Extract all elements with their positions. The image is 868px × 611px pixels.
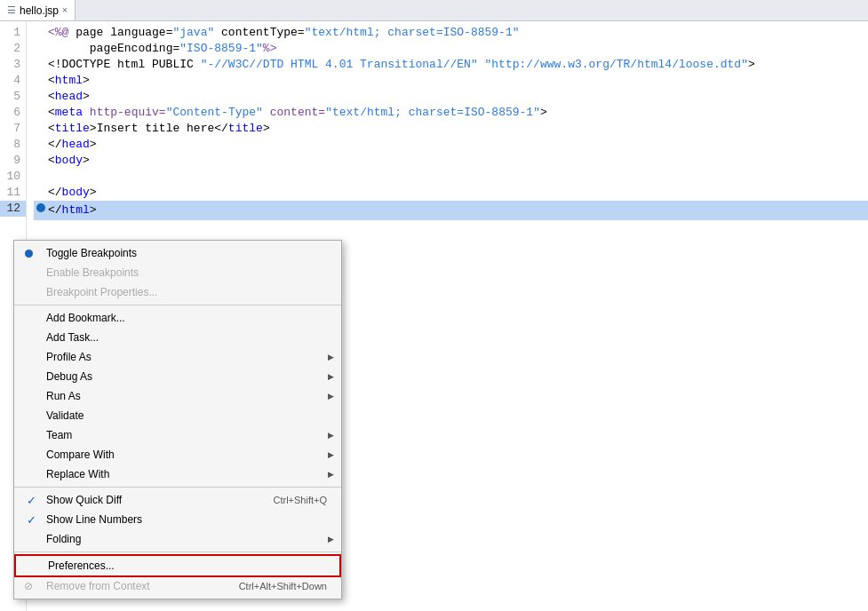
breakpoint-marker-12 xyxy=(36,203,45,212)
menu-label-debug-as: Debug As xyxy=(46,370,92,383)
line-num-9: 9 xyxy=(0,153,26,169)
line-num-11: 11 xyxy=(0,185,26,201)
line-num-4: 4 xyxy=(0,73,26,89)
menu-item-preferences[interactable]: Preferences... xyxy=(16,556,339,575)
checkmark-line-numbers: ✓ xyxy=(27,513,36,527)
line-num-7: 7 xyxy=(0,121,26,137)
line-2-content: pageEncoding="ISO-8859-1"%> xyxy=(48,41,276,57)
tab-filename: hello.jsp xyxy=(20,4,59,17)
line-num-3: 3 xyxy=(0,57,26,73)
editor-tab[interactable]: ☰ hello.jsp × xyxy=(0,0,76,20)
menu-label-team: Team xyxy=(46,429,72,441)
menu-item-debug-as[interactable]: Debug As xyxy=(14,367,341,386)
line-num-1: 1 xyxy=(0,25,26,41)
menu-item-compare-with[interactable]: Compare With xyxy=(14,445,341,464)
menu-label-toggle-breakpoints: Toggle Breakpoints xyxy=(46,247,137,259)
menu-label-remove-from-context: Remove from Context xyxy=(46,580,150,592)
line-num-10: 10 xyxy=(0,169,26,185)
menu-label-show-quick-diff: Show Quick Diff xyxy=(46,494,122,506)
menu-item-add-task[interactable]: Add Task... xyxy=(14,328,341,347)
tab-close-button[interactable]: × xyxy=(62,5,68,15)
menu-section-actions: Add Bookmark... Add Task... Profile As D… xyxy=(14,306,341,488)
line-1-content: <%@ page language="java" contentType="te… xyxy=(48,25,520,41)
menu-item-validate[interactable]: Validate xyxy=(14,406,341,425)
code-line-8: </head> xyxy=(34,137,868,153)
menu-label-replace-with: Replace With xyxy=(46,468,109,480)
line-12-content: </html> xyxy=(48,202,97,218)
code-line-3: <!DOCTYPE html PUBLIC "-//W3C//DTD HTML … xyxy=(34,57,868,73)
line-8-content: </head> xyxy=(48,137,97,153)
menu-section-breakpoints: Toggle Breakpoints Enable Breakpoints Br… xyxy=(14,241,341,306)
line-11-content: </body> xyxy=(48,185,97,201)
menu-label-breakpoint-properties: Breakpoint Properties... xyxy=(46,286,157,298)
menu-label-validate: Validate xyxy=(46,409,84,422)
code-line-5: <head> xyxy=(34,89,868,105)
code-line-6: <meta http-equiv="Content-Type" content=… xyxy=(34,105,868,121)
menu-item-add-bookmark[interactable]: Add Bookmark... xyxy=(14,308,341,328)
menu-item-show-quick-diff[interactable]: ✓ Show Quick Diff Ctrl+Shift+Q xyxy=(14,490,341,510)
remove-icon: ⊘ xyxy=(20,580,37,592)
line-7-content: <title>Insert title here</title> xyxy=(48,121,270,137)
menu-label-profile-as: Profile As xyxy=(46,351,92,363)
menu-item-replace-with[interactable]: Replace With xyxy=(14,464,341,484)
jsp-file-icon: ☰ xyxy=(7,4,16,16)
menu-section-preferences: Preferences... ⊘ Remove from Context Ctr… xyxy=(14,552,341,599)
menu-label-enable-breakpoints: Enable Breakpoints xyxy=(46,266,139,279)
menu-label-show-line-numbers: Show Line Numbers xyxy=(46,513,142,526)
code-line-2: pageEncoding="ISO-8859-1"%> xyxy=(34,41,868,57)
menu-label-compare-with: Compare With xyxy=(46,448,115,461)
menu-section-view: ✓ Show Quick Diff Ctrl+Shift+Q ✓ Show Li… xyxy=(14,488,341,552)
code-line-4: <html> xyxy=(34,73,868,89)
line-num-6: 6 xyxy=(0,105,26,121)
breakpoint-icon xyxy=(20,247,37,260)
menu-item-team[interactable]: Team xyxy=(14,425,341,445)
line-6-content: <meta http-equiv="Content-Type" content=… xyxy=(48,105,547,121)
line-4-content: <html> xyxy=(48,73,90,89)
bp-gutter-12 xyxy=(34,201,48,220)
shortcut-quick-diff: Ctrl+Shift+Q xyxy=(255,495,327,505)
menu-item-folding[interactable]: Folding xyxy=(14,529,341,549)
code-line-11: </body> xyxy=(34,185,868,201)
line-num-2: 2 xyxy=(0,41,26,57)
line-num-8: 8 xyxy=(0,137,26,153)
code-line-10 xyxy=(34,169,868,185)
menu-item-profile-as[interactable]: Profile As xyxy=(14,347,341,367)
tab-bar: ☰ hello.jsp × xyxy=(0,0,868,21)
line-num-5: 5 xyxy=(0,89,26,105)
line-3-content: <!DOCTYPE html PUBLIC "-//W3C//DTD HTML … xyxy=(48,57,755,73)
menu-item-show-line-numbers[interactable]: ✓ Show Line Numbers xyxy=(14,510,341,529)
menu-item-breakpoint-properties: Breakpoint Properties... xyxy=(14,282,341,302)
line-5-content: <head> xyxy=(48,89,90,105)
shortcut-remove-from-context: Ctrl+Alt+Shift+Down xyxy=(221,581,327,591)
menu-label-folding: Folding xyxy=(46,533,81,545)
code-line-7: <title>Insert title here</title> xyxy=(34,121,868,137)
menu-item-run-as[interactable]: Run As xyxy=(14,386,341,406)
editor-container: ☰ hello.jsp × 1 2 3 4 5 6 7 8 9 10 11 12… xyxy=(0,0,868,611)
code-line-12: </html> xyxy=(34,201,868,220)
code-line-9: <body> xyxy=(34,153,868,169)
menu-label-preferences: Preferences... xyxy=(48,559,115,572)
menu-label-run-as: Run As xyxy=(46,390,81,402)
checkmark-quick-diff: ✓ xyxy=(27,494,36,507)
menu-item-toggle-breakpoints[interactable]: Toggle Breakpoints xyxy=(14,243,341,263)
line-9-content: <body> xyxy=(48,153,90,169)
line-num-12: 12 xyxy=(0,201,26,217)
menu-label-add-task: Add Task... xyxy=(46,331,99,344)
menu-item-remove-from-context: ⊘ Remove from Context Ctrl+Alt+Shift+Dow… xyxy=(14,576,341,596)
code-line-1: <%@ page language="java" contentType="te… xyxy=(34,25,868,41)
menu-item-enable-breakpoints: Enable Breakpoints xyxy=(14,263,341,282)
context-menu: Toggle Breakpoints Enable Breakpoints Br… xyxy=(13,240,342,599)
menu-label-add-bookmark: Add Bookmark... xyxy=(46,312,125,324)
